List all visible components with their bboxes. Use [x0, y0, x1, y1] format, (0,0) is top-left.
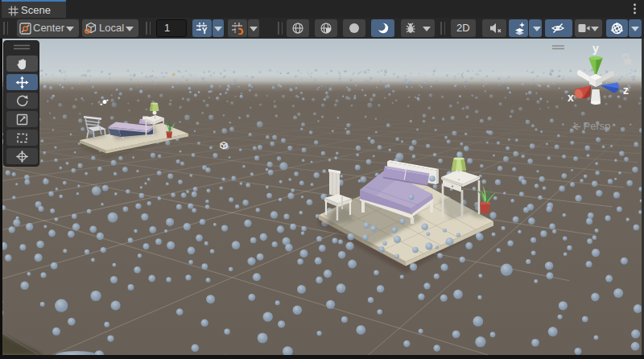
svg-text:x: x [568, 91, 574, 104]
svg-text:z: z [623, 84, 629, 97]
svg-text:Y: Y [202, 27, 208, 35]
svg-text:y: y [592, 42, 599, 55]
